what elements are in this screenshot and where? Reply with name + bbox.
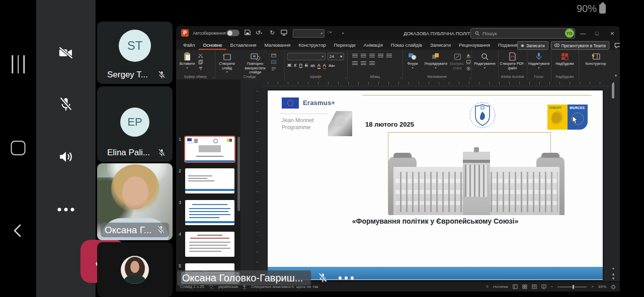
shadow-button[interactable]: ab <box>310 63 315 68</box>
previous-slide-button[interactable]: ▲ <box>610 272 617 276</box>
align-center-icon[interactable] <box>352 61 358 66</box>
highlight-button[interactable]: А <box>317 63 320 69</box>
tab-animations[interactable]: Анімація <box>360 40 387 50</box>
speaker-button[interactable] <box>58 150 73 164</box>
minimize-button[interactable]: — <box>580 26 586 40</box>
participant-tile-oksana-video[interactable]: Оксана Г... <box>97 163 173 240</box>
next-slide-button[interactable]: ▼ <box>610 276 617 281</box>
thumbnail-scrollbar[interactable] <box>237 137 240 211</box>
reuse-slides-button[interactable]: Повторно використати слайди <box>239 50 271 75</box>
zoom-out-button[interactable]: − <box>551 284 553 289</box>
camera-off-button[interactable] <box>58 46 73 59</box>
numbering-icon[interactable] <box>361 54 366 58</box>
start-presentation-button[interactable] <box>281 30 287 36</box>
cut-icon[interactable] <box>198 53 203 58</box>
home-icon[interactable] <box>11 141 26 155</box>
mic-off-button[interactable] <box>59 97 73 112</box>
layout-icon[interactable] <box>271 53 276 58</box>
create-pdf-button[interactable]: Створити PDF-файл <box>498 50 527 70</box>
recents-icon[interactable] <box>12 55 25 73</box>
fit-slide-icon[interactable] <box>611 284 616 289</box>
designer-button[interactable]: Конструктор <box>579 50 613 66</box>
strikethrough-button[interactable]: S <box>305 63 308 68</box>
presenter-name-pill[interactable]: Оксана Головко-Гавриш... <box>177 270 311 285</box>
record-button[interactable]: ◉Записати <box>517 41 548 50</box>
font-color-button[interactable]: А <box>323 63 326 69</box>
dialog-launcher-icon[interactable]: ⌟ <box>212 75 214 78</box>
indent-increase-icon[interactable] <box>378 54 383 58</box>
participant-tile-sergey[interactable]: ST Sergey T... <box>97 22 173 84</box>
zoom-slider[interactable] <box>557 286 587 287</box>
shape-effects-icon[interactable] <box>466 66 471 71</box>
present-in-teams-button[interactable]: Презентувати в Teams <box>551 41 610 50</box>
powerpoint-logo-icon[interactable]: P <box>181 29 189 37</box>
tab-record[interactable]: Записати <box>426 40 455 50</box>
back-icon[interactable] <box>12 223 25 238</box>
dialog-launcher-icon[interactable]: ⌟ <box>345 75 346 78</box>
shape-fill-icon[interactable] <box>466 53 471 58</box>
indent-decrease-icon[interactable] <box>369 54 375 58</box>
collapse-ribbon-chevron[interactable]: ▾ <box>615 73 617 78</box>
redo-button[interactable]: ↻ <box>270 29 275 36</box>
editing-button[interactable]: Редагування▾ <box>471 50 498 70</box>
tab-insert[interactable]: Вставлення <box>226 40 261 50</box>
reading-view-icon[interactable] <box>532 284 537 289</box>
dialog-launcher-icon[interactable]: ⌟ <box>400 75 401 78</box>
slide-thumbnail-1[interactable] <box>185 137 234 162</box>
zoom-level[interactable]: 89% <box>598 284 606 289</box>
notes-button[interactable]: Нотатки <box>493 284 508 289</box>
maximize-button[interactable]: □ <box>595 26 599 40</box>
tab-draw[interactable]: Малювання <box>261 40 295 50</box>
tab-design[interactable]: Конструктор <box>294 40 330 50</box>
align-left-icon[interactable] <box>386 54 392 58</box>
qat-overflow-chevron[interactable]: ▾ <box>342 31 344 35</box>
font-size-combo[interactable]: 24▾ <box>328 53 344 60</box>
save-button[interactable] <box>245 29 251 35</box>
vertical-ruler[interactable] <box>254 86 260 282</box>
presenter-more-button[interactable] <box>339 276 354 279</box>
tab-slideshow[interactable]: Показ слайдів <box>387 40 426 50</box>
copy-icon[interactable] <box>198 60 203 64</box>
italic-button[interactable]: К <box>294 63 296 68</box>
slide-thumbnail-4[interactable] <box>185 232 234 257</box>
new-slide-button[interactable]: Створити слайд▾ <box>215 50 239 75</box>
slide-thumbnail-2[interactable] <box>185 168 234 193</box>
shapes-button[interactable]: Фігури▾ <box>403 50 423 71</box>
addins-button[interactable]: Надбудови <box>551 50 579 66</box>
account-avatar[interactable]: ГО <box>565 29 574 38</box>
shape-outline-icon[interactable] <box>466 60 471 64</box>
tab-home[interactable]: Основне <box>199 40 226 50</box>
normal-view-icon[interactable] <box>513 284 518 289</box>
format-painter-icon[interactable] <box>198 66 203 71</box>
bold-button[interactable]: Ж <box>287 63 291 68</box>
tab-review[interactable]: Рецензування <box>455 40 494 50</box>
tab-transitions[interactable]: Переходи <box>330 40 360 50</box>
close-button[interactable]: × <box>610 26 614 40</box>
slide-canvas[interactable]: Erasmus+ Jean Monnet Programme 18 лютого… <box>268 90 603 280</box>
participant-tile-elina[interactable]: EP Elina Pali... <box>97 86 173 162</box>
horizontal-ruler[interactable] <box>262 79 610 86</box>
comments-icon[interactable] <box>614 43 620 49</box>
align-right-icon[interactable] <box>361 61 366 66</box>
tab-file[interactable]: Файл <box>179 40 199 50</box>
dictate-button[interactable]: Надиктувати▾ <box>527 50 551 70</box>
underline-button[interactable]: П <box>299 63 302 68</box>
qat-dropdown[interactable]: ▾ <box>293 29 325 38</box>
more-options-button[interactable] <box>58 208 74 212</box>
paste-button[interactable]: Вставити▾ <box>176 50 198 71</box>
search-input[interactable]: Пошук <box>470 28 575 39</box>
scroll-down-arrow[interactable]: ▾ <box>610 266 617 271</box>
reset-icon[interactable] <box>271 60 276 64</box>
slide-sorter-icon[interactable] <box>522 284 527 289</box>
arrange-button[interactable]: Упорядкувати▾ <box>423 50 449 71</box>
autosave-toggle[interactable] <box>226 30 239 36</box>
view-options-button[interactable]: ◌▾ <box>327 29 332 35</box>
font-name-combo[interactable]: ▾ <box>287 53 326 60</box>
participant-tile-photo[interactable] <box>97 242 173 297</box>
bullets-icon[interactable] <box>352 54 358 58</box>
zoom-in-button[interactable]: + <box>591 284 594 289</box>
section-icon[interactable] <box>271 66 276 71</box>
slide-thumbnail-3[interactable] <box>185 200 234 225</box>
change-case-button[interactable]: Аа▾ <box>329 63 335 68</box>
dialog-launcher-icon[interactable]: ⌟ <box>469 75 470 78</box>
